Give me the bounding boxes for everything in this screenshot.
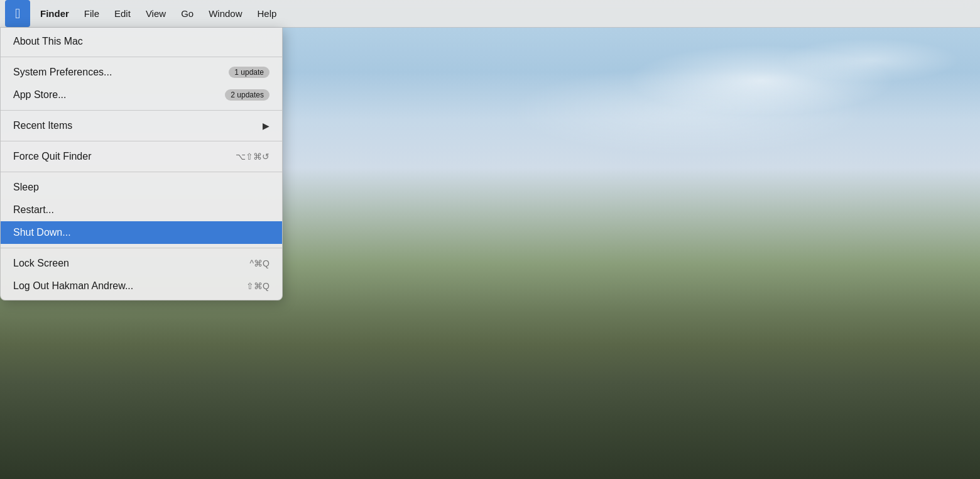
menu-item-shut-down[interactable]: Shut Down...: [1, 221, 282, 244]
menu-item-log-out-label: Log Out Hakman Andrew...: [13, 280, 133, 292]
menu-item-app-store-label: App Store...: [13, 89, 67, 101]
menubar-item-go[interactable]: Go: [173, 6, 201, 21]
separator-2: [1, 110, 282, 111]
menu-item-force-quit[interactable]: Force Quit Finder ⌥⇧⌘↺: [1, 145, 282, 168]
menubar:  Finder File Edit View Go Window Help: [0, 0, 980, 28]
menu-item-lock-screen[interactable]: Lock Screen ^⌘Q: [1, 252, 282, 275]
menu-group-power: Sleep Restart... Shut Down...: [1, 173, 282, 246]
separator-3: [1, 141, 282, 141]
menubar-item-file[interactable]: File: [77, 6, 107, 21]
separator-4: [1, 172, 282, 172]
menu-item-force-quit-label: Force Quit Finder: [13, 151, 91, 162]
menu-item-about-label: About This Mac: [13, 36, 83, 47]
menu-item-sleep-label: Sleep: [13, 182, 39, 193]
apple-menu-button[interactable]: : [5, 0, 30, 27]
menu-item-recent-items-label: Recent Items: [13, 120, 72, 131]
menubar-item-view[interactable]: View: [138, 6, 173, 21]
menu-group-session: Lock Screen ^⌘Q Log Out Hakman Andrew...…: [1, 250, 282, 300]
menubar-item-finder[interactable]: Finder: [33, 6, 77, 21]
menu-group-prefs: System Preferences... 1 update App Store…: [1, 58, 282, 109]
menu-group-force-quit: Force Quit Finder ⌥⇧⌘↺: [1, 143, 282, 170]
menu-item-log-out[interactable]: Log Out Hakman Andrew... ⇧⌘Q: [1, 275, 282, 297]
menu-item-lock-screen-label: Lock Screen: [13, 258, 69, 269]
menu-item-restart-label: Restart...: [13, 204, 54, 216]
menu-group-recent: Recent Items ▶: [1, 112, 282, 140]
separator-1: [1, 57, 282, 57]
menu-item-system-prefs-label: System Preferences...: [13, 67, 112, 78]
menubar-item-window[interactable]: Window: [201, 6, 249, 21]
menu-item-sleep[interactable]: Sleep: [1, 176, 282, 199]
menu-item-app-store[interactable]: App Store... 2 updates: [1, 84, 282, 106]
menubar-items: Finder File Edit View Go Window Help: [33, 6, 284, 21]
cloud-layer: [251, 0, 980, 201]
menu-item-restart[interactable]: Restart...: [1, 199, 282, 221]
apple-dropdown-menu: About This Mac System Preferences... 1 u…: [0, 28, 283, 300]
apple-logo-icon: : [15, 7, 20, 21]
menu-item-about[interactable]: About This Mac: [1, 30, 282, 53]
force-quit-shortcut: ⌥⇧⌘↺: [236, 151, 270, 162]
system-prefs-badge: 1 update: [229, 67, 270, 78]
separator-5: [1, 248, 282, 248]
recent-items-submenu-icon: ▶: [263, 121, 270, 131]
menu-item-system-prefs[interactable]: System Preferences... 1 update: [1, 61, 282, 84]
menu-item-shut-down-label: Shut Down...: [13, 227, 71, 238]
menu-item-recent-items[interactable]: Recent Items ▶: [1, 114, 282, 137]
menubar-item-edit[interactable]: Edit: [107, 6, 138, 21]
log-out-shortcut: ⇧⌘Q: [246, 281, 270, 291]
menu-group-about: About This Mac: [1, 28, 282, 55]
menubar-item-help[interactable]: Help: [250, 6, 285, 21]
lock-screen-shortcut: ^⌘Q: [250, 258, 270, 268]
app-store-badge: 2 updates: [225, 89, 270, 101]
